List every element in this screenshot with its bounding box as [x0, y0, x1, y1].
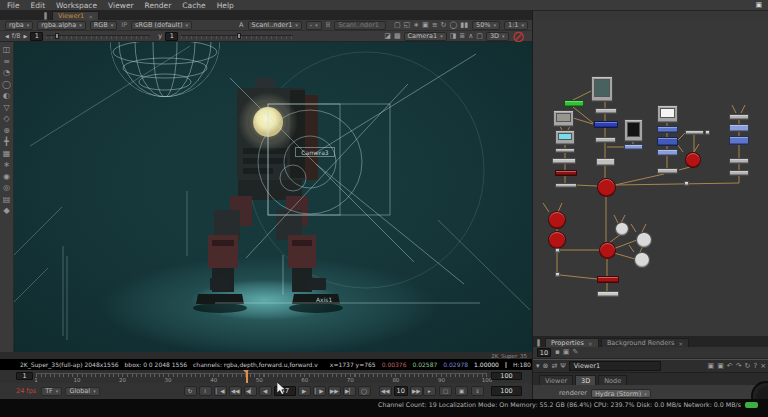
menu-cache[interactable]: Cache: [182, 1, 205, 10]
bar-node[interactable]: [555, 183, 577, 188]
bar-node[interactable]: [685, 130, 704, 135]
goto-start-button[interactable]: ▏◀: [214, 386, 227, 396]
bar-node[interactable]: [729, 170, 749, 176]
read-node[interactable]: [555, 130, 575, 145]
prev-increment-button[interactable]: ◀◀: [229, 386, 242, 396]
menu-file[interactable]: File: [7, 1, 20, 10]
bar-node[interactable]: [729, 114, 749, 120]
view-mode-dropdown[interactable]: 3D: [486, 32, 509, 41]
channels-dropdown[interactable]: rgba: [5, 21, 33, 30]
float-icon[interactable]: ▣: [708, 363, 715, 370]
deep-icon[interactable]: ◉: [3, 173, 10, 181]
fullscreen-icon[interactable]: ▢: [439, 386, 452, 396]
timecode-dropdown[interactable]: TF: [41, 387, 62, 396]
tab-3d-settings[interactable]: 3D: [575, 375, 596, 385]
close-icon[interactable]: ×: [760, 363, 766, 370]
fps-field[interactable]: 100: [491, 386, 522, 396]
tab-viewer-settings[interactable]: Viewer: [539, 375, 573, 385]
merge-icon[interactable]: ⊕: [3, 127, 10, 135]
merge-node[interactable]: [548, 211, 566, 229]
display-channel-dropdown[interactable]: RGB: [90, 21, 118, 30]
gain-slider[interactable]: [46, 32, 150, 40]
next-increment-button[interactable]: ▶▶: [328, 386, 341, 396]
frame-increment-field[interactable]: 10: [394, 386, 408, 396]
3d-icon[interactable]: ▦: [3, 150, 11, 158]
menu-help[interactable]: Help: [217, 1, 234, 10]
ab-compare-icon[interactable]: ▮▮: [460, 22, 468, 29]
menu-render[interactable]: Render: [145, 1, 172, 10]
collapse-icon[interactable]: ▾: [536, 363, 540, 370]
bar-node[interactable]: [657, 168, 678, 174]
loop-button[interactable]: ↻: [184, 386, 197, 396]
wipe-icon[interactable]: ▣: [422, 22, 429, 29]
read-node[interactable]: [553, 110, 574, 127]
bar-node[interactable]: [597, 291, 619, 297]
thumbnail-icon[interactable]: ▣: [563, 349, 570, 356]
gamma-field[interactable]: 1: [165, 32, 178, 41]
tab-viewer1[interactable]: Viewer1 ×: [52, 11, 99, 20]
color-icon[interactable]: ◐: [3, 92, 10, 100]
read-node[interactable]: [657, 105, 678, 123]
metadata-icon[interactable]: ▤: [3, 196, 11, 204]
revert-icon[interactable]: ↻: [745, 363, 751, 370]
close-icon[interactable]: ×: [88, 13, 93, 20]
merge-node[interactable]: [548, 231, 566, 249]
grade-bar-node[interactable]: [657, 137, 678, 146]
stop-button[interactable]: ◯: [358, 386, 371, 396]
layer-dropdown[interactable]: rgba.alpha: [37, 21, 85, 30]
disconnect-icon[interactable]: ⊗: [543, 363, 549, 370]
properties-limit-field[interactable]: 10: [537, 348, 551, 357]
range-start-field[interactable]: 1: [16, 372, 33, 380]
cache-icon[interactable]: ⇓: [471, 386, 484, 396]
b-input-dropdown[interactable]: Scanl..nder1: [334, 21, 386, 30]
views-icon[interactable]: ◎: [3, 184, 10, 192]
sphere-node[interactable]: [615, 222, 629, 236]
zoom-dropdown[interactable]: 50%: [472, 21, 500, 30]
menu-workspace[interactable]: Workspace: [56, 1, 97, 10]
bar-node[interactable]: [595, 137, 616, 143]
merge-node[interactable]: [685, 152, 701, 168]
lut-dropdown[interactable]: sRGB (default): [131, 21, 192, 30]
gain-curve-icon[interactable]: ∧: [468, 33, 473, 40]
help-icon[interactable]: ?: [753, 363, 757, 370]
viewer-3d-viewport[interactable]: Camera3 Axis1: [14, 42, 532, 352]
inputs-icon[interactable]: Ψ: [560, 363, 566, 370]
a-input-dropdown[interactable]: Scanl..nder1: [248, 21, 302, 30]
grade-bar-node[interactable]: [729, 124, 749, 132]
playhead[interactable]: [246, 371, 248, 383]
lock-icon[interactable]: ▪: [555, 349, 560, 356]
frame-icon[interactable]: ▢: [394, 22, 401, 29]
gain-field[interactable]: 1: [30, 32, 43, 41]
ab-mode-dropdown[interactable]: -: [306, 21, 322, 30]
grade-bar-node[interactable]: [597, 276, 619, 283]
sphere-node[interactable]: [634, 252, 650, 268]
list-icon[interactable]: ≡: [432, 22, 438, 29]
read-node[interactable]: [624, 119, 643, 142]
constant-node[interactable]: [564, 100, 584, 107]
node-name-field[interactable]: Viewer1: [569, 361, 661, 371]
camera-dropdown[interactable]: Camera1: [404, 32, 447, 41]
close-icon[interactable]: ×: [588, 340, 593, 347]
gamma-slider[interactable]: [181, 32, 293, 40]
gain-next-icon[interactable]: ▶: [23, 33, 27, 39]
time-icon[interactable]: ◔: [3, 69, 10, 77]
dot-node[interactable]: [555, 272, 560, 277]
tab-background-renders[interactable]: Background Renders ×: [601, 338, 689, 347]
lock-view-icon[interactable]: ◨: [450, 33, 457, 40]
draw-icon[interactable]: ≡: [3, 58, 10, 66]
gain-prev-icon[interactable]: ◀: [5, 33, 9, 39]
grade-bar-node[interactable]: [657, 149, 678, 156]
center-icon[interactable]: ⇄: [551, 363, 557, 370]
increment-button[interactable]: ▶▶: [410, 386, 423, 396]
transform-icon[interactable]: ╋: [4, 138, 9, 146]
copy-icon[interactable]: ▣: [717, 363, 724, 370]
next-frame-button[interactable]: ▏▶: [313, 386, 326, 396]
refresh-icon[interactable]: ↻: [441, 22, 447, 29]
frame-range-dropdown[interactable]: Global: [65, 387, 99, 396]
read-node[interactable]: [591, 76, 613, 102]
ip-toggle[interactable]: IP: [121, 21, 127, 29]
dot-bar-node[interactable]: [595, 108, 617, 114]
play-forward-button[interactable]: ▶: [298, 386, 311, 396]
frame-all-icon[interactable]: ▢: [476, 33, 483, 40]
channel-icon[interactable]: ◯: [2, 81, 11, 89]
